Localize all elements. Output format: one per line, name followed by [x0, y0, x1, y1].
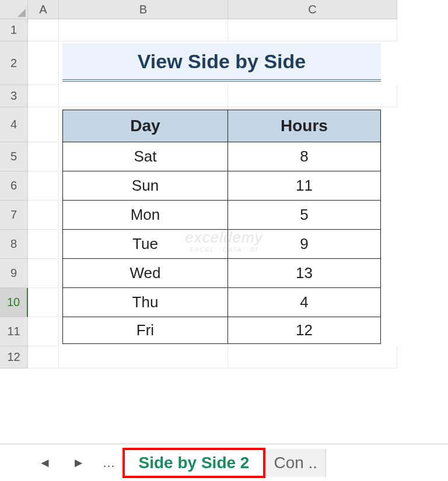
sheet-tab-bar: ◄ ► … Side by Side 2 Con .. [0, 444, 448, 481]
row-header-4[interactable]: 4 [0, 107, 28, 142]
cell[interactable] [228, 85, 397, 107]
row-header-12[interactable]: 12 [0, 346, 28, 368]
cell[interactable] [28, 41, 59, 85]
table-cell-hours[interactable]: 12 [228, 317, 381, 344]
table-cell-hours[interactable]: 8 [228, 142, 381, 171]
table-cell-day[interactable]: Thu [62, 288, 228, 317]
row-header-11[interactable]: 11 [0, 317, 28, 346]
table-cell-hours[interactable]: 9 [228, 230, 381, 259]
cell[interactable] [228, 19, 397, 41]
col-header-c[interactable]: C [228, 0, 397, 19]
table-cell-day[interactable]: Wed [62, 259, 228, 288]
table-cell-hours[interactable]: 4 [228, 288, 381, 317]
cell[interactable] [28, 230, 59, 259]
tab-nav-prev-icon[interactable]: ◄ [28, 455, 62, 471]
sheet-tab-active[interactable]: Side by Side 2 [123, 448, 266, 478]
cell[interactable] [28, 317, 59, 346]
cell[interactable] [59, 85, 228, 107]
cell[interactable] [59, 346, 228, 368]
sheet-tab-other[interactable]: Con .. [265, 449, 326, 477]
row-header-10[interactable]: 10 [0, 288, 28, 317]
row-header-1[interactable]: 1 [0, 19, 28, 41]
table-cell-day[interactable]: Tue [62, 230, 228, 259]
table-cell-hours[interactable]: 11 [228, 171, 381, 201]
cell[interactable] [28, 288, 59, 317]
tab-overflow-icon[interactable]: … [96, 455, 123, 471]
table-cell-hours[interactable]: 5 [228, 201, 381, 230]
cell[interactable] [28, 259, 59, 288]
row-header-5[interactable]: 5 [0, 142, 28, 171]
table-cell-day[interactable]: Sat [62, 142, 228, 171]
row-header-2[interactable]: 2 [0, 41, 28, 85]
cell[interactable] [28, 201, 59, 230]
row-header-8[interactable]: 8 [0, 230, 28, 259]
cell[interactable] [28, 346, 59, 368]
cell[interactable] [28, 142, 59, 171]
row-header-6[interactable]: 6 [0, 171, 28, 201]
table-cell-day[interactable]: Sun [62, 171, 228, 201]
table-cell-day[interactable]: Mon [62, 201, 228, 230]
row-header-9[interactable]: 9 [0, 259, 28, 288]
tab-nav-next-icon[interactable]: ► [62, 455, 96, 471]
cell[interactable] [228, 346, 397, 368]
col-header-a[interactable]: A [28, 0, 59, 19]
row-header-3[interactable]: 3 [0, 85, 28, 107]
cell[interactable] [28, 171, 59, 201]
table-header-hours[interactable]: Hours [228, 110, 381, 142]
cell[interactable] [28, 19, 59, 41]
col-header-b[interactable]: B [59, 0, 228, 19]
cell[interactable] [28, 107, 59, 142]
select-all-corner[interactable] [0, 0, 28, 19]
spreadsheet-grid: A B C 1 2 3 4 5 6 7 8 9 10 11 12 View Si… [0, 0, 448, 368]
table-cell-hours[interactable]: 13 [228, 259, 381, 288]
cell[interactable] [59, 19, 228, 41]
row-header-7[interactable]: 7 [0, 201, 28, 230]
table-header-day[interactable]: Day [62, 110, 228, 142]
cell[interactable] [28, 85, 59, 107]
page-title[interactable]: View Side by Side [62, 43, 381, 82]
table-cell-day[interactable]: Fri [62, 317, 228, 344]
